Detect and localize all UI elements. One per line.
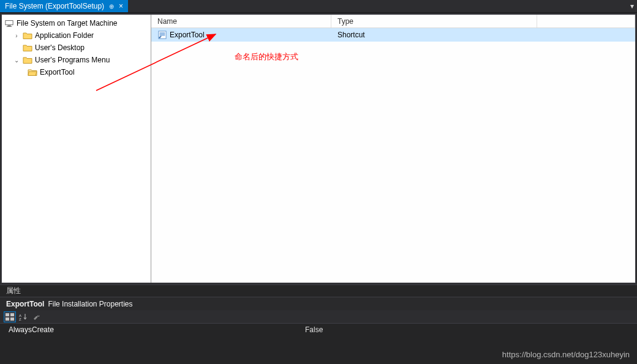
close-icon[interactable]: × — [119, 2, 123, 10]
list-header: Name Type — [151, 15, 635, 28]
folder-icon — [23, 43, 32, 53]
tree-item-programs-menu[interactable]: ⌄ User's Programs Menu — [2, 54, 151, 66]
tree-item-label: Application Folder — [35, 31, 94, 40]
tree-item-desktop[interactable]: User's Desktop — [2, 42, 151, 54]
svg-rect-7 — [10, 313, 14, 316]
tree-item-label: User's Desktop — [35, 43, 85, 52]
svg-rect-2 — [7, 26, 12, 27]
machine-icon — [4, 18, 14, 28]
categorize-button[interactable] — [4, 311, 16, 322]
properties-subject: ExportTool File Installation Properties — [0, 297, 637, 310]
list-pane: Name Type ExportTool Shortcut 命名后的快捷方 — [151, 15, 635, 283]
chevron-down-icon[interactable]: ⌄ — [13, 57, 20, 64]
pin-icon[interactable]: ⊕ — [109, 3, 114, 10]
tree-pane: File System on Target Machine › Applicat… — [2, 15, 151, 283]
cell-type: Shortcut — [331, 31, 537, 39]
svg-rect-8 — [6, 318, 9, 321]
list-row[interactable]: ExportTool Shortcut — [151, 28, 635, 42]
wrench-icon[interactable] — [31, 311, 43, 322]
chevron-right-icon[interactable]: › — [13, 32, 20, 39]
svg-rect-1 — [7, 26, 10, 26]
tree-root[interactable]: File System on Target Machine — [2, 17, 151, 29]
folder-icon — [23, 55, 32, 65]
svg-rect-4 — [160, 32, 165, 36]
watermark: https://blog.csdn.net/dog123xuheyin — [502, 350, 630, 359]
list-body[interactable]: ExportTool Shortcut 命名后的快捷方式 — [151, 28, 635, 283]
svg-rect-0 — [6, 21, 13, 25]
tree-item-label: ExportTool — [40, 68, 75, 76]
properties-subject-desc: File Installation Properties — [48, 300, 132, 308]
tree-item-label: User's Programs Menu — [35, 56, 110, 64]
cell-name-text: ExportTool — [170, 31, 205, 39]
cell-name: ExportTool — [151, 30, 331, 40]
col-type-header[interactable]: Type — [331, 15, 537, 28]
col-spacer — [537, 15, 635, 28]
tree-root-label: File System on Target Machine — [17, 19, 118, 28]
main-area: File System on Target Machine › Applicat… — [1, 14, 636, 283]
property-value[interactable]: False — [300, 325, 637, 334]
property-row[interactable]: AlwaysCreate False — [0, 324, 637, 336]
tree-item-app-folder[interactable]: › Application Folder — [2, 29, 151, 42]
annotation-text: 命名后的快捷方式 — [235, 51, 298, 62]
tab-title: File System (ExportToolSetup) — [5, 2, 104, 10]
tree-item-exporttool[interactable]: ExportTool — [2, 66, 151, 78]
properties-subject-name: ExportTool — [6, 300, 44, 308]
properties-title: 属性 — [0, 285, 637, 297]
folder-icon — [23, 31, 32, 40]
svg-rect-6 — [6, 313, 9, 316]
tab-filesystem[interactable]: File System (ExportToolSetup) ⊕ × — [0, 0, 128, 12]
svg-rect-9 — [10, 318, 14, 321]
folder-open-icon — [28, 67, 37, 77]
document-tabbar: File System (ExportToolSetup) ⊕ × ▾ — [0, 0, 637, 13]
tabbar-dropdown[interactable]: ▾ — [627, 0, 637, 12]
col-name-header[interactable]: Name — [151, 15, 331, 28]
property-key: AlwaysCreate — [0, 325, 300, 334]
shortcut-icon — [157, 30, 167, 40]
svg-text:Z: Z — [19, 318, 21, 321]
sort-az-button[interactable]: AZ — [17, 311, 29, 322]
properties-toolbar: AZ — [0, 310, 637, 324]
